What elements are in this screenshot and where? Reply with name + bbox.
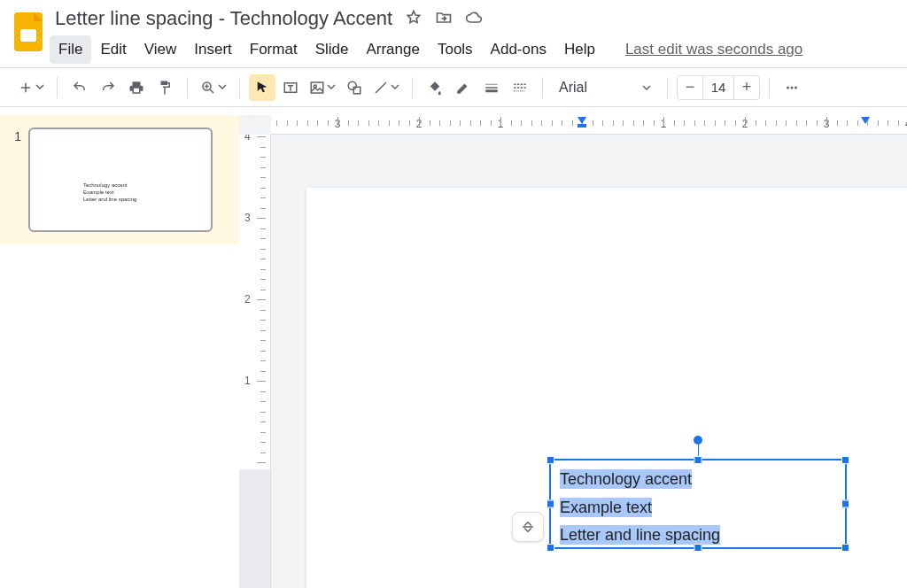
menu-edit[interactable]: Edit: [91, 35, 135, 64]
resize-handle-l[interactable]: [547, 500, 554, 508]
slide-panel: 1 Technology accent Example text Letter …: [0, 115, 239, 588]
text-line-1: Technology accent: [560, 469, 692, 489]
resize-handle-br[interactable]: [841, 544, 849, 552]
last-edit-link[interactable]: Last edit was seconds ago: [625, 41, 802, 58]
thumb-preview-text: Technology accent Example text Letter an…: [83, 182, 136, 203]
select-tool-button[interactable]: [249, 74, 275, 101]
text-line-2: Example text: [560, 498, 652, 517]
app-header: Letter line spacing - Technology Accent …: [0, 0, 907, 64]
star-icon[interactable]: [405, 9, 422, 29]
rotation-handle[interactable]: [694, 436, 702, 445]
font-size-decrease[interactable]: −: [678, 76, 702, 99]
fill-color-button[interactable]: [422, 74, 448, 101]
svg-point-10: [795, 86, 797, 89]
svg-rect-7: [353, 87, 360, 94]
rotation-line: [698, 445, 699, 457]
zoom-button[interactable]: [197, 74, 230, 101]
svg-rect-4: [311, 82, 323, 93]
font-size-increase[interactable]: +: [734, 76, 759, 99]
menu-slide[interactable]: Slide: [306, 35, 358, 64]
resize-handle-r[interactable]: [841, 500, 849, 508]
font-family-label: Arial: [559, 80, 587, 96]
border-dash-button[interactable]: [507, 74, 533, 101]
line-tool-button[interactable]: [369, 74, 403, 101]
menubar: File Edit View Insert Format Slide Arran…: [50, 35, 896, 64]
cloud-saved-icon[interactable]: [465, 9, 483, 29]
menu-addons[interactable]: Add-ons: [482, 35, 555, 64]
menu-arrange[interactable]: Arrange: [357, 35, 428, 64]
slide-thumbnail-1[interactable]: 1 Technology accent Example text Letter …: [0, 115, 239, 244]
toolbar: Arial − 14 +: [0, 68, 907, 107]
resize-handle-bl[interactable]: [547, 544, 554, 552]
slide-number: 1: [9, 128, 21, 232]
main-area: 1 Technology accent Example text Letter …: [0, 115, 907, 588]
menu-help[interactable]: Help: [555, 35, 604, 64]
svg-rect-1: [21, 30, 35, 41]
textbox-tool-button[interactable]: [277, 74, 304, 101]
undo-button[interactable]: [66, 74, 93, 101]
svg-point-6: [348, 81, 356, 89]
move-to-folder-icon[interactable]: [435, 9, 453, 29]
menu-file[interactable]: File: [50, 35, 91, 64]
menu-view[interactable]: View: [136, 35, 186, 64]
svg-point-8: [787, 86, 789, 89]
canvas-background[interactable]: Technology accent Example text Letter an…: [271, 135, 907, 588]
vertical-ruler-inactive: [239, 469, 271, 588]
horizontal-ruler[interactable]: 43211234: [271, 115, 907, 135]
slides-logo: [11, 9, 46, 55]
ruler-indent-right-icon[interactable]: [859, 115, 868, 133]
paint-format-button[interactable]: [151, 74, 178, 101]
svg-point-9: [791, 86, 794, 89]
resize-handle-t[interactable]: [694, 456, 702, 464]
textbox-content[interactable]: Technology accent Example text Letter an…: [551, 460, 845, 555]
resize-handle-b[interactable]: [694, 544, 702, 552]
menu-tools[interactable]: Tools: [429, 35, 482, 64]
font-family-select[interactable]: Arial: [552, 75, 658, 100]
more-tools-button[interactable]: [779, 74, 805, 101]
svg-rect-11: [578, 124, 586, 128]
image-tool-button[interactable]: [306, 74, 339, 101]
menu-insert[interactable]: Insert: [185, 35, 241, 64]
canvas-area: 43211234 43211: [239, 115, 907, 588]
print-button[interactable]: [123, 74, 150, 101]
new-slide-button[interactable]: [14, 74, 48, 101]
text-line-3: Letter and line spacing: [560, 525, 720, 545]
font-size-value[interactable]: 14: [702, 76, 734, 99]
caret-down-icon: [35, 81, 44, 94]
drag-handle-icon[interactable]: [512, 512, 544, 542]
border-color-button[interactable]: [450, 74, 477, 101]
doc-title[interactable]: Letter line spacing - Technology Accent: [55, 7, 392, 30]
resize-handle-tr[interactable]: [841, 456, 849, 464]
font-size-stepper: − 14 +: [677, 75, 760, 100]
selected-textbox[interactable]: Technology accent Example text Letter an…: [549, 459, 847, 549]
menu-format[interactable]: Format: [241, 35, 306, 64]
shape-tool-button[interactable]: [341, 74, 368, 101]
resize-handle-tl[interactable]: [547, 456, 554, 464]
border-weight-button[interactable]: [478, 74, 505, 101]
redo-button[interactable]: [95, 74, 121, 101]
ruler-indent-left-icon[interactable]: [576, 115, 585, 133]
slide-canvas[interactable]: Technology accent Example text Letter an…: [306, 188, 907, 588]
